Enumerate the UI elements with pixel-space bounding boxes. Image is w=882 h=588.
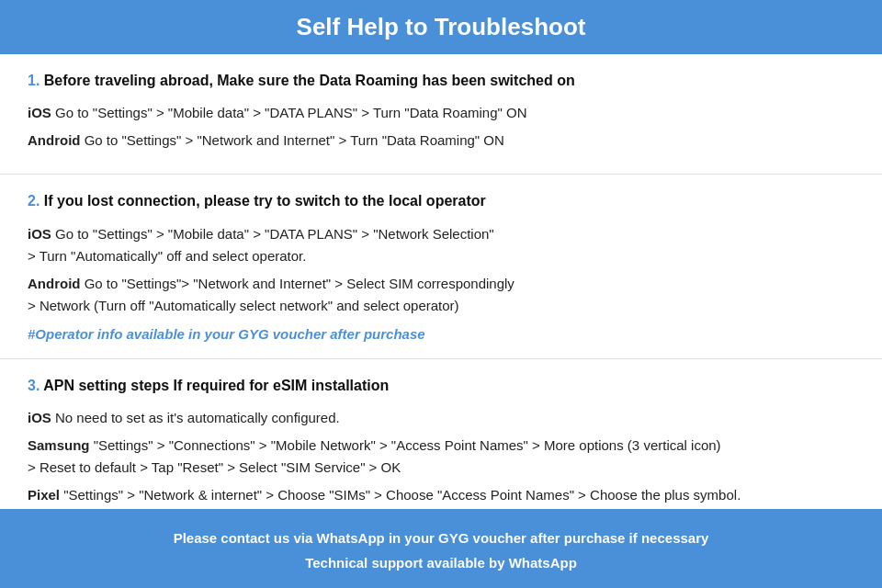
footer-line1: Please contact us via WhatsApp in your G… bbox=[18, 526, 864, 550]
section-2-title: 2. If you lost connection, please try to… bbox=[28, 191, 854, 211]
platform-label-3-2: Samsung bbox=[28, 437, 90, 453]
section-3-title-text: APN setting steps If required for eSIM i… bbox=[43, 378, 389, 393]
page-title: Self Help to Troubleshoot bbox=[18, 13, 864, 41]
section-2-title-text: If you lost connection, please try to sw… bbox=[44, 193, 486, 209]
section-3-number: 3. bbox=[28, 378, 43, 393]
platform-label-2-1: iOS bbox=[28, 226, 51, 242]
page-header: Self Help to Troubleshoot bbox=[0, 0, 882, 54]
section-2-item-1: iOS Go to "Settings" > "Mobile data" > "… bbox=[28, 223, 854, 267]
footer-line2: Technical support available by WhatsApp bbox=[18, 550, 864, 575]
section-2-item-2: Android Go to "Settings"> "Network and I… bbox=[28, 273, 854, 317]
section-2-link[interactable]: #Operator info available in your GYG vou… bbox=[28, 326, 854, 342]
platform-label-1-1: iOS bbox=[28, 105, 51, 120]
section-2: 2. If you lost connection, please try to… bbox=[0, 175, 882, 358]
section-3-title: 3. APN setting steps If required for eSI… bbox=[28, 376, 854, 396]
section-3-item-1: iOS No need to set as it's automatically… bbox=[28, 407, 854, 429]
section-3-item-3: Pixel "Settings" > "Network & internet" … bbox=[28, 484, 854, 506]
section-3: 3. APN setting steps If required for eSI… bbox=[0, 359, 882, 529]
section-1-title-text: Before traveling abroad, Make sure the D… bbox=[44, 73, 575, 88]
platform-label-1-2: Android bbox=[28, 132, 81, 148]
section-1: 1. Before traveling abroad, Make sure th… bbox=[0, 54, 882, 175]
section-1-item-2: Android Go to "Settings" > "Network and … bbox=[28, 130, 854, 152]
section-2-number: 2. bbox=[28, 193, 44, 209]
section-3-item-2: Samsung "Settings" > "Connections" > "Mo… bbox=[28, 435, 854, 479]
platform-label-2-2: Android bbox=[28, 276, 81, 291]
section-1-item-1: iOS Go to "Settings" > "Mobile data" > "… bbox=[28, 102, 854, 124]
platform-label-3-3: Pixel bbox=[28, 487, 60, 503]
platform-label-3-1: iOS bbox=[28, 410, 51, 425]
section-1-number: 1. bbox=[28, 73, 44, 88]
page-footer: Please contact us via WhatsApp in your G… bbox=[0, 509, 882, 588]
section-1-title: 1. Before traveling abroad, Make sure th… bbox=[28, 71, 854, 91]
